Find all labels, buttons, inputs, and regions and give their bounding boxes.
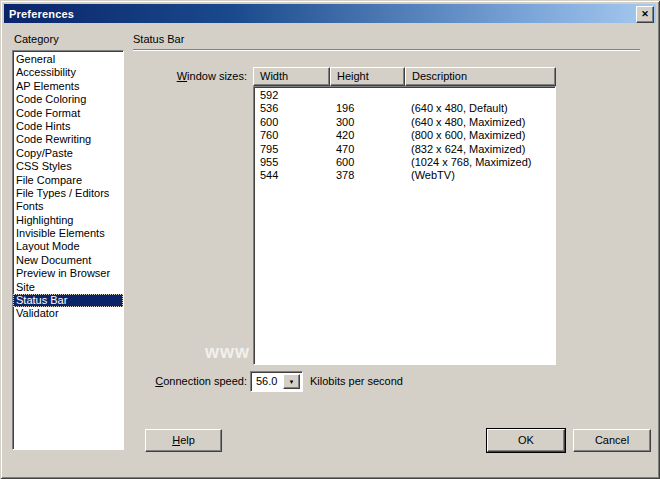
category-item-validator[interactable]: Validator [13,307,123,320]
cell-description: (640 x 480, Maximized) [405,116,555,129]
cell-description: (832 x 624, Maximized) [405,143,555,156]
column-header-description[interactable]: Description [405,67,556,86]
cell-description: (800 x 600, Maximized) [405,129,555,142]
category-item-preview-in-browser[interactable]: Preview in Browser [13,267,123,280]
category-item-css-styles[interactable]: CSS Styles [13,160,123,173]
category-item-site[interactable]: Site [13,281,123,294]
table-row[interactable]: 592 [254,89,555,102]
table-row[interactable]: 795 470 (832 x 624, Maximized) [254,143,555,156]
window-sizes-table: Width Height Description 592 536 196 (64… [253,67,556,365]
cell-height: 378 [330,169,405,182]
category-item-status-bar[interactable]: Status Bar [13,294,123,307]
category-item-code-coloring[interactable]: Code Coloring [13,93,123,106]
title-bar: Preferences [4,4,656,23]
cell-width: 600 [254,116,330,129]
cell-height: 470 [330,143,405,156]
category-item-code-hints[interactable]: Code Hints [13,120,123,133]
category-item-highlighting[interactable]: Highlighting [13,214,123,227]
chevron-down-icon: ▼ [289,379,295,385]
cell-height: 196 [330,102,405,115]
table-body[interactable]: 592 536 196 (640 x 480, Default) 600 300… [253,86,556,365]
connection-speed-value: 56.0 [253,374,284,389]
category-item-file-compare[interactable]: File Compare [13,174,123,187]
category-item-code-format[interactable]: Code Format [13,107,123,120]
close-icon: ✕ [641,10,649,19]
category-item-copy-paste[interactable]: Copy/Paste [13,147,123,160]
close-button[interactable]: ✕ [636,6,654,23]
cancel-button[interactable]: Cancel [573,429,651,452]
table-row[interactable]: 760 420 (800 x 600, Maximized) [254,129,555,142]
cell-width: 955 [254,156,330,169]
category-list[interactable]: General Accessibility AP Elements Code C… [12,50,124,450]
connection-speed-select[interactable]: 56.0 ▼ [250,371,303,392]
cell-height: 600 [330,156,405,169]
preferences-dialog: Preferences ✕ Category Status Bar Genera… [0,0,660,479]
table-header: Width Height Description [253,67,556,86]
window-title: Preferences [9,8,74,20]
cell-height: 420 [330,129,405,142]
cell-description [405,89,555,102]
cell-height: 300 [330,116,405,129]
panel-title: Status Bar [133,33,184,45]
table-row[interactable]: 600 300 (640 x 480, Maximized) [254,116,555,129]
cell-width: 544 [254,169,330,182]
category-item-fonts[interactable]: Fonts [13,200,123,213]
watermark-text: www [205,342,250,363]
cell-description: (WebTV) [405,169,555,182]
cell-width: 536 [254,102,330,115]
category-item-invisible-elements[interactable]: Invisible Elements [13,227,123,240]
category-item-file-types-editors[interactable]: File Types / Editors [13,187,123,200]
ok-button[interactable]: OK [487,429,565,452]
cell-description: (1024 x 768, Maximized) [405,156,555,169]
category-item-new-document[interactable]: New Document [13,254,123,267]
cell-description: (640 x 480, Default) [405,102,555,115]
cell-width: 795 [254,143,330,156]
category-item-code-rewriting[interactable]: Code Rewriting [13,133,123,146]
category-label: Category [14,33,59,45]
table-row[interactable]: 544 378 (WebTV) [254,169,555,182]
category-item-layout-mode[interactable]: Layout Mode [13,240,123,253]
column-header-height[interactable]: Height [330,67,405,86]
help-button[interactable]: Help [145,429,222,452]
cell-height [330,89,405,102]
table-row[interactable]: 536 196 (640 x 480, Default) [254,102,555,115]
column-header-width[interactable]: Width [253,67,330,86]
connection-speed-unit: Kilobits per second [310,375,403,387]
category-item-accessibility[interactable]: Accessibility [13,66,123,79]
category-item-ap-elements[interactable]: AP Elements [13,80,123,93]
cell-width: 760 [254,129,330,142]
table-row[interactable]: 955 600 (1024 x 768, Maximized) [254,156,555,169]
connection-speed-label: Connection speed: [130,375,247,387]
category-item-general[interactable]: General [13,53,123,66]
window-sizes-label: Window sizes: [130,70,247,82]
cell-width: 592 [254,89,330,102]
dropdown-button[interactable]: ▼ [283,374,300,389]
header-divider [133,49,640,51]
